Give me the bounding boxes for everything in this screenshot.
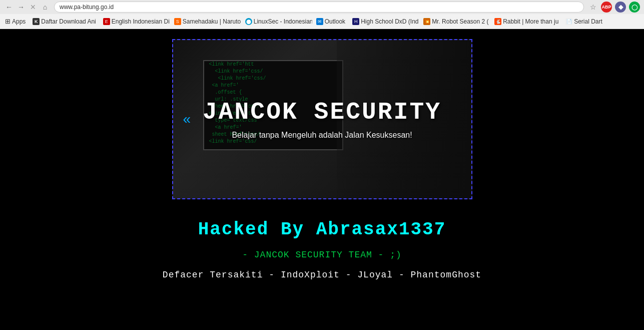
bookmark-english-icon: E — [103, 18, 110, 25]
bookmark-mr-label: Mr. Robot Season 2 ( — [432, 18, 488, 25]
banner-title: JANCOK SECURITY — [203, 99, 441, 126]
bookmark-daftar[interactable]: K Daftar Download Ani — [30, 17, 99, 26]
star-button[interactable]: ☆ — [588, 2, 598, 12]
members-text: Defacer Tersakiti - IndoXploit - JLoyal … — [163, 270, 481, 280]
hacked-by-text: Hacked By Abrasax1337 — [198, 219, 446, 240]
bookmark-rabbit-label: Rabbit | More than ju — [503, 18, 558, 25]
bookmark-daftar-label: Daftar Download Ani — [41, 18, 96, 25]
hacked-banner-image: <link href='htt <link href='css/ <link h… — [172, 39, 472, 199]
address-input[interactable] — [60, 4, 578, 11]
bookmarks-bar: ⊞ Apps K Daftar Download Ani E English I… — [0, 14, 644, 29]
apps-label: Apps — [12, 18, 26, 25]
bookmark-samehadaku[interactable]: S Samehadaku | Naruto — [171, 17, 241, 26]
bookmark-hs-icon: H — [352, 18, 359, 25]
apps-bookmark[interactable]: ⊞ Apps — [2, 17, 29, 26]
nav-buttons: ← → ✕ ⌂ — [4, 2, 50, 12]
browser-titlebar: ← → ✕ ⌂ ☆ ABP ◆ ◯ — [0, 0, 644, 14]
image-text-container: JANCOK SECURITY Belajar tanpa Mengeluh a… — [173, 40, 471, 198]
bookmark-mrrobot[interactable]: 💥 Mr. Robot Season 2 ( — [420, 17, 490, 26]
shield-button[interactable]: ◆ — [615, 2, 626, 13]
bookmark-same-label: Samehadaku | Naruto — [183, 18, 241, 25]
bookmark-mr-icon: 💥 — [423, 18, 430, 25]
team-name-text: - JANCOK SECURITY TEAM - ;) — [242, 250, 402, 260]
apps-grid-icon: ⊞ — [5, 18, 11, 25]
browser-actions: ☆ ABP ◆ ◯ — [588, 2, 640, 13]
bookmark-rabbit-icon: 🐇 — [494, 18, 501, 25]
bookmark-english[interactable]: E English Indonesian Di — [100, 17, 170, 26]
bookmark-same-icon: S — [174, 18, 181, 25]
bookmark-linuxsec[interactable]: ⬤ LinuxSec - Indonesian — [242, 17, 312, 26]
extension-button[interactable]: ◯ — [629, 2, 640, 13]
bookmark-highschool[interactable]: H High School DxD (Ind — [349, 17, 419, 26]
bookmark-rabbit[interactable]: 🐇 Rabbit | More than ju — [491, 17, 561, 26]
bookmark-serial[interactable]: 📄 Serial Dart — [562, 17, 605, 26]
back-button[interactable]: ← — [4, 2, 14, 12]
bookmark-hs-label: High School DxD (Ind — [361, 18, 418, 25]
bookmark-daftar-icon: K — [33, 18, 40, 25]
browser-chrome: ← → ✕ ⌂ ☆ ABP ◆ ◯ ⊞ Apps K Daftar Downlo… — [0, 0, 644, 29]
bookmark-linux-icon: ⬤ — [245, 18, 252, 25]
arrow-decoration: « — [183, 111, 191, 127]
banner-subtitle: Belajar tanpa Mengeluh adalah Jalan Kesu… — [232, 131, 412, 140]
bookmark-serial-label: Serial Dart — [574, 18, 602, 25]
forward-button[interactable]: → — [16, 2, 26, 12]
bookmark-outlook-label: Outlook — [325, 18, 345, 25]
address-bar-container[interactable] — [54, 2, 584, 13]
bookmark-serial-icon: 📄 — [565, 18, 572, 25]
home-button[interactable]: ⌂ — [40, 2, 50, 12]
bookmark-outlook-icon: ✉ — [316, 18, 323, 25]
bookmark-outlook[interactable]: ✉ Outlook — [313, 17, 348, 26]
bookmark-english-label: English Indonesian Di — [112, 18, 170, 25]
page-content: <link href='htt <link href='css/ <link h… — [0, 29, 644, 319]
bookmark-linux-label: LinuxSec - Indonesian — [254, 18, 312, 25]
close-tab-button[interactable]: ✕ — [28, 2, 38, 12]
adblock-button[interactable]: ABP — [601, 2, 612, 13]
